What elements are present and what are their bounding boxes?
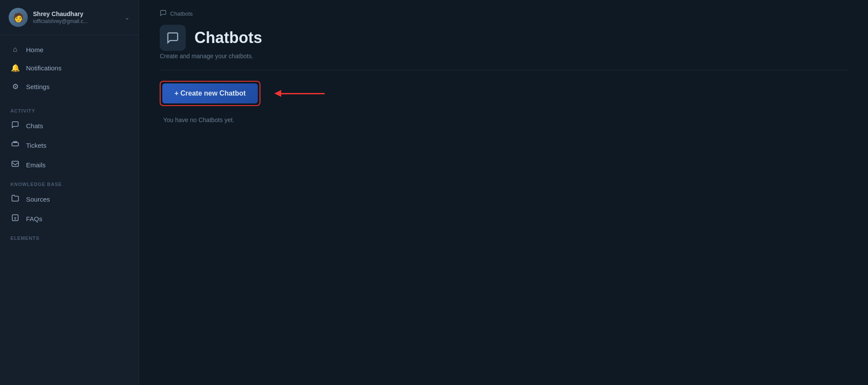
sidebar-item-chats[interactable]: Chats <box>0 116 138 136</box>
user-profile[interactable]: 🧑 Shrey Chaudhary iofficialshrey@gmail.c… <box>0 0 138 35</box>
create-button-highlight: + Create new Chatbot <box>160 81 260 106</box>
section-label-knowledge: KNOWLEDGE BASE <box>0 175 138 189</box>
avatar: 🧑 <box>9 8 28 27</box>
create-button-wrapper: + Create new Chatbot <box>160 81 325 106</box>
user-email: iofficialshrey@gmail.c... <box>33 18 119 24</box>
page-icon-box <box>160 25 186 51</box>
ticket-icon <box>10 140 20 150</box>
sidebar-item-label: Tickets <box>26 142 46 149</box>
page-title: Chatbots <box>194 29 262 47</box>
page-subtitle: Create and manage your chatbots. <box>139 53 868 60</box>
sidebar-item-faqs[interactable]: FAQs <box>0 209 138 229</box>
main-nav: ⌂ Home 🔔 Notifications ⚙ Settings <box>0 35 138 101</box>
sidebar-item-emails[interactable]: Emails <box>0 155 138 175</box>
breadcrumb-label: Chatbots <box>170 10 193 17</box>
email-icon <box>10 160 20 170</box>
arrow-head <box>274 90 281 97</box>
sidebar-item-label: Chats <box>26 122 43 129</box>
sidebar-item-label: Home <box>26 46 43 53</box>
sources-icon <box>10 194 20 204</box>
sidebar-item-home[interactable]: ⌂ Home <box>0 40 138 59</box>
breadcrumb: Chatbots <box>139 0 868 18</box>
user-name: Shrey Chaudhary <box>33 10 119 17</box>
sidebar-item-sources[interactable]: Sources <box>0 189 138 209</box>
sidebar-item-settings[interactable]: ⚙ Settings <box>0 77 138 96</box>
arrow-annotation <box>281 93 325 94</box>
user-info: Shrey Chaudhary iofficialshrey@gmail.c..… <box>33 10 119 24</box>
section-label-activity: ACTIVITY <box>0 101 138 116</box>
svg-rect-0 <box>12 143 19 146</box>
sidebar-item-label: Settings <box>26 83 49 90</box>
divider <box>160 70 847 70</box>
elements-section: ELEMENTS <box>0 229 138 243</box>
sidebar-item-label: Emails <box>26 161 46 169</box>
gear-icon: ⚙ <box>10 82 20 91</box>
sidebar-item-tickets[interactable]: Tickets <box>0 136 138 155</box>
sidebar-item-notifications[interactable]: 🔔 Notifications <box>0 59 138 77</box>
chevron-down-icon: ⌄ <box>125 14 130 21</box>
faq-icon <box>10 214 20 224</box>
activity-section: ACTIVITY Chats Tickets <box>0 101 138 175</box>
section-label-elements: ELEMENTS <box>0 229 138 243</box>
empty-state-text: You have no Chatbots yet. <box>160 116 234 123</box>
arrow-line <box>281 93 325 94</box>
sidebar-item-label: Notifications <box>26 64 62 72</box>
sidebar-item-label: FAQs <box>26 215 43 222</box>
bell-icon: 🔔 <box>10 63 20 73</box>
content-area: + Create new Chatbot You have no Chatbot… <box>139 81 868 123</box>
create-chatbot-button[interactable]: + Create new Chatbot <box>162 83 258 103</box>
sidebar-item-label: Sources <box>26 196 50 203</box>
page-header: Chatbots <box>139 18 868 51</box>
main-content: Chatbots Chatbots Create and manage your… <box>139 0 868 385</box>
chat-icon <box>10 121 20 131</box>
knowledge-base-section: KNOWLEDGE BASE Sources FAQs <box>0 175 138 229</box>
svg-rect-1 <box>12 161 19 166</box>
sidebar: 🧑 Shrey Chaudhary iofficialshrey@gmail.c… <box>0 0 139 385</box>
home-icon: ⌂ <box>10 45 20 54</box>
breadcrumb-icon <box>160 10 167 18</box>
